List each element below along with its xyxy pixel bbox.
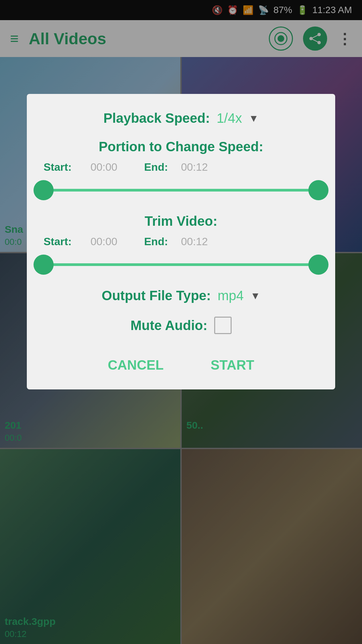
cancel-button[interactable]: CANCEL [101,354,170,376]
trim-title: Trim Video: [44,214,318,229]
trim-end-value: 00:12 [181,235,208,248]
mute-audio-checkbox[interactable] [214,317,232,334]
portion-start-value: 00:00 [90,161,131,173]
playback-speed-row: Playback Speed: 1/4x ▼ [44,111,318,126]
trim-end-label: End: [144,235,181,248]
output-file-label: Output File Type: [102,288,211,303]
portion-end-label: End: [144,161,181,173]
trim-time-row: Start: 00:00 End: 00:12 [44,235,318,248]
trim-start-label: Start: [44,235,90,248]
portion-start-label: Start: [44,161,90,173]
start-button[interactable]: START [204,354,261,376]
portion-slider-thumb-right[interactable] [308,180,328,200]
output-dropdown-arrow[interactable]: ▼ [250,290,260,302]
portion-title: Portion to Change Speed: [44,139,318,154]
trim-slider-track [44,263,318,266]
trim-start-value: 00:00 [90,235,131,248]
portion-slider[interactable] [44,180,318,200]
portion-slider-thumb-left[interactable] [34,180,54,200]
mute-audio-label: Mute Audio: [130,318,207,333]
output-file-value: mp4 [218,288,244,303]
portion-end-value: 00:12 [181,161,208,173]
portion-time-row: Start: 00:00 End: 00:12 [44,161,318,173]
playback-speed-value: 1/4x [217,111,242,126]
dialog-buttons: CANCEL START [44,354,318,376]
output-file-row: Output File Type: mp4 ▼ [44,288,318,303]
trim-slider-thumb-right[interactable] [308,255,328,275]
trim-slider-thumb-left[interactable] [34,255,54,275]
mute-audio-row: Mute Audio: [44,317,318,334]
playback-speed-label: Playback Speed: [103,111,210,126]
portion-slider-track [44,189,318,192]
speed-change-dialog: Playback Speed: 1/4x ▼ Portion to Change… [27,94,335,389]
trim-slider[interactable] [44,255,318,275]
playback-dropdown-arrow[interactable]: ▼ [249,113,259,124]
